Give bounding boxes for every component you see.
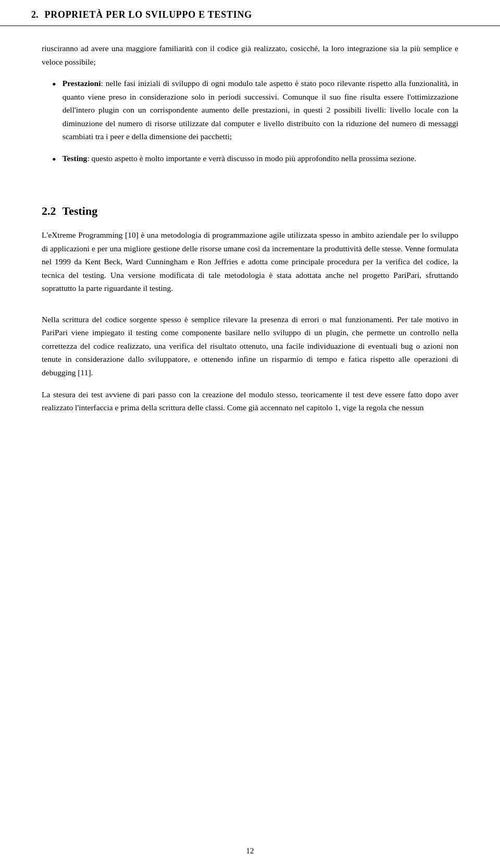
bullet-dot-2: • (52, 151, 56, 168)
bullet-item-prestazioni: • Prestazioni: nelle fasi iniziali di sv… (52, 77, 458, 143)
chapter-title: PROPRIETÀ PER LO SVILUPPO E TESTING (45, 9, 252, 20)
bullet-text-prestazioni: : nelle fasi iniziali di sviluppo di ogn… (63, 79, 458, 141)
bullet-text-testing: : questo aspetto è molto importante e ve… (87, 154, 416, 163)
bullet-label-prestazioni: Prestazioni (63, 79, 101, 88)
paragraph-1: L'eXtreme Programming [10] è una metodol… (42, 228, 458, 295)
paragraph-3: La stesura dei test avviene di pari pass… (42, 388, 458, 414)
intro-paragraph: riusciranno ad avere una maggiore famili… (42, 42, 458, 68)
section-header-2-2: 2.2 Testing (42, 204, 458, 218)
chapter-header: 2. PROPRIETÀ PER LO SVILUPPO E TESTING (0, 0, 500, 26)
chapter-number: 2. (31, 9, 39, 20)
bullet-content-prestazioni: Prestazioni: nelle fasi iniziali di svil… (63, 77, 458, 143)
section-number: 2.2 (42, 204, 56, 218)
bullet-dot-1: • (52, 76, 56, 93)
main-content: riusciranno ad avere una maggiore famili… (0, 26, 500, 454)
bullet-content-testing: Testing: questo aspetto è molto importan… (63, 152, 458, 165)
paragraph-2: Nella scrittura del codice sorgente spes… (42, 313, 458, 380)
bullet-item-testing: • Testing: questo aspetto è molto import… (52, 152, 458, 168)
bullet-label-testing: Testing (63, 154, 88, 163)
page-number: 12 (0, 847, 500, 855)
page: 2. PROPRIETÀ PER LO SVILUPPO E TESTING r… (0, 0, 500, 868)
section-title: Testing (63, 204, 98, 218)
